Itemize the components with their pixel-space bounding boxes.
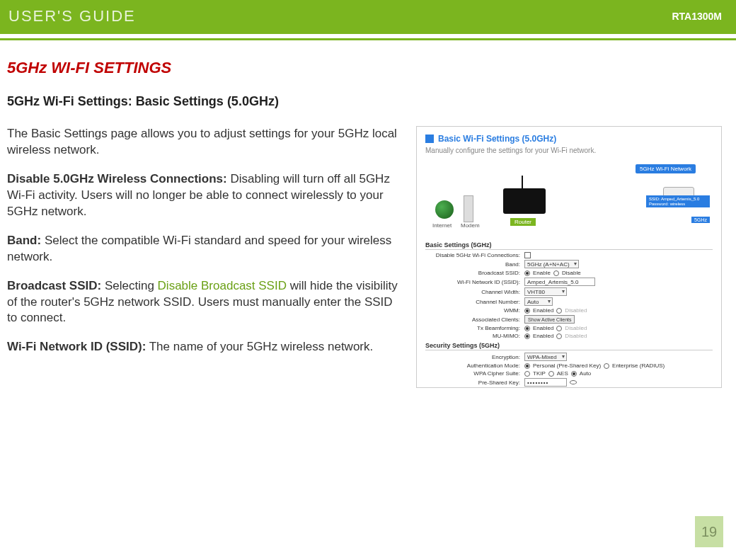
router-label: Router [510,218,536,226]
guide-title: USER'S GUIDE [8,7,136,25]
label-txbf: Tx Beamforming: [425,325,524,331]
opt-auth-ent: Enterprise (RADIUS) [612,362,665,369]
checkbox-disable[interactable] [524,252,531,258]
opt-disable: Disable [562,270,581,276]
btn-show-clients[interactable]: Show Active Clients [524,315,575,324]
ghz-tag: 5GHz [691,217,710,223]
opt-mumimo-dis: Disabled [565,333,587,339]
intro-paragraph: The Basic Settings page allows you to ad… [7,126,403,159]
radio-wmm-dis[interactable] [556,308,562,314]
ssid-tag-l2: Password: wireless [649,202,685,206]
opt-mumimo-en: Enabled [533,333,553,339]
row-auth: Authentication Mode: Personal (Pre-Share… [425,362,713,369]
opt-wmm-en: Enabled [533,307,553,314]
row-broadcast: Broadcast SSID: Enable Disable [425,270,713,276]
network-badge: 5GHz Wi-Fi Network [636,164,696,173]
ssid-label: Wi-Fi Network ID (SSID): [7,340,146,353]
globe-icon [435,200,454,219]
row-mumimo: MU-MIMO: Enabled Disabled [425,333,713,339]
radio-aes[interactable] [548,371,554,377]
radio-tkip[interactable] [524,371,530,377]
row-band: Band: 5GHz (A+N+AC) [425,260,713,268]
broadcast-link: Disable Broadcast SSID [158,279,287,292]
row-psk: Pre-Shared Key: •••••••• [425,378,713,387]
header-bar: USER'S GUIDE RTA1300M [0,0,736,34]
label-chwidth: Channel Width: [425,289,524,295]
label-broadcast: Broadcast SSID: [425,270,524,276]
sub-title: 5GHz Wi-Fi Settings: Basic Settings (5.0… [7,94,722,109]
row-assoc: Associated Clients: Show Active Clients [425,315,713,324]
select-chnum[interactable]: Auto [524,297,553,306]
radio-auth-personal[interactable] [524,363,530,369]
opt-txbf-en: Enabled [533,325,553,331]
select-chwidth[interactable]: VHT80 [524,287,567,296]
ssid-paragraph: Wi-Fi Network ID (SSID): The name of you… [7,339,403,355]
modem-icon [464,195,473,222]
label-disable: Disable 5GHz Wi-Fi Connections: [425,252,524,258]
modem-label: Modem [461,222,480,229]
panel-description: Manually configure the settings for your… [425,147,713,154]
body-row: The Basic Settings page allows you to ad… [7,126,722,388]
radio-bcast-disable[interactable] [553,270,559,276]
row-wmm: WMM: Enabled Disabled [425,307,713,314]
eye-icon[interactable] [570,380,577,384]
radio-mumimo-en[interactable] [524,333,530,339]
opt-auth-personal: Personal (Pre-Shared Key) [533,362,601,369]
label-wmm: WMM: [425,307,524,314]
opt-auto: Auto [580,370,591,377]
panel-square-icon [425,135,434,143]
band-text: Select the compatible Wi-Fi standard and… [7,234,391,263]
select-band[interactable]: 5GHz (A+N+AC) [524,260,579,268]
disable-label: Disable 5.0GHz Wireless Connections: [7,172,227,185]
row-disable: Disable 5GHz Wi-Fi Connections: [425,252,713,258]
opt-tkip: TKIP [533,370,546,377]
input-ssid[interactable]: Amped_Artemis_5.0 [524,278,595,286]
ssid-text: The name of your 5GHz wireless network. [146,340,373,353]
ssid-tag: SSID: Amped_Artemis_5.0 Password: wirele… [646,195,710,207]
label-enc: Encryption: [425,354,524,360]
opt-txbf-dis: Disabled [565,325,587,331]
radio-mumimo-dis[interactable] [556,333,562,339]
text-column: The Basic Settings page allows you to ad… [7,126,403,388]
radio-auto[interactable] [571,371,577,377]
broadcast-paragraph: Broadcast SSID: Selecting Disable Broadc… [7,278,403,327]
radio-bcast-enable[interactable] [524,270,530,276]
radio-txbf-en[interactable] [524,326,530,331]
band-paragraph: Band: Select the compatible Wi-Fi standa… [7,233,403,265]
panel-title-row: Basic Wi-Fi Settings (5.0GHz) [425,134,713,144]
row-ssid: Wi-Fi Network ID (SSID): Amped_Artemis_5… [425,278,713,286]
row-cipher: WPA Cipher Suite: TKIP AES Auto [425,370,713,377]
ssid-tag-l1: SSID: Amped_Artemis_5.0 [649,197,699,201]
radio-auth-ent[interactable] [604,363,609,369]
row-txbf: Tx Beamforming: Enabled Disabled [425,325,713,331]
row-chwidth: Channel Width: VHT80 [425,287,713,296]
label-chnum: Channel Number: [425,299,524,305]
label-ssid: Wi-Fi Network ID (SSID): [425,279,524,285]
broadcast-pre: Selecting [101,279,157,292]
opt-enable: Enable [533,270,551,276]
opt-aes: AES [557,370,568,377]
row-enc: Encryption: WPA-Mixed [425,353,713,361]
page-content: 5GHz WI-FI SETTINGS 5GHz Wi-Fi Settings:… [0,40,736,388]
router-icon [503,188,546,214]
input-psk[interactable]: •••••••• [524,378,567,387]
label-cipher: WPA Cipher Suite: [425,370,524,377]
label-auth: Authentication Mode: [425,362,524,369]
internet-label: Internet [432,222,452,229]
page-number: 19 [695,516,723,547]
security-section-title: Security Settings (5GHz) [425,342,713,350]
disable-paragraph: Disable 5.0GHz Wireless Connections: Dis… [7,171,403,220]
label-band: Band: [425,261,524,268]
broadcast-label: Broadcast SSID: [7,279,101,292]
settings-figure: Basic Wi-Fi Settings (5.0GHz) Manually c… [416,126,722,388]
network-diagram: 5GHz Wi-Fi Network Internet Modem Router… [425,161,713,236]
opt-wmm-dis: Disabled [565,307,587,314]
row-chnum: Channel Number: Auto [425,297,713,306]
select-enc[interactable]: WPA-Mixed [524,353,567,361]
panel-title: Basic Wi-Fi Settings (5.0GHz) [438,134,556,144]
radio-wmm-en[interactable] [524,308,530,314]
model-number: RTA1300M [672,11,722,22]
band-label: Band: [7,234,41,247]
label-assoc: Associated Clients: [425,316,524,323]
radio-txbf-dis[interactable] [556,326,562,331]
